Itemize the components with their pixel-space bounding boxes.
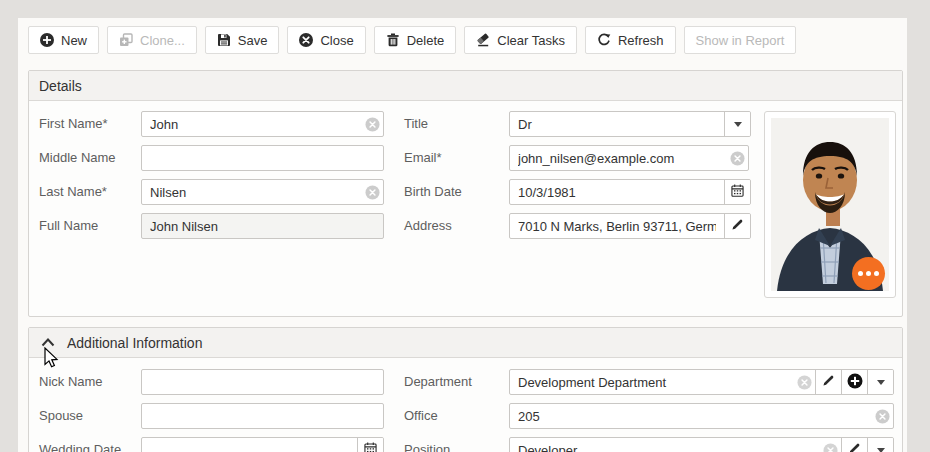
refresh-icon — [597, 33, 611, 47]
show-in-report-button[interactable]: Show in Report — [684, 26, 797, 54]
additional-info-header[interactable]: Additional Information — [29, 328, 902, 358]
clear-tasks-button-label: Clear Tasks — [497, 33, 565, 48]
wedding-date-label: Wedding Date — [39, 442, 121, 452]
clear-icon[interactable] — [361, 180, 383, 204]
office-label: Office — [404, 408, 438, 423]
close-button-label: Close — [320, 33, 353, 48]
details-panel: Details First Name* Middle Name Last Nam… — [28, 70, 903, 317]
calendar-icon — [364, 442, 377, 452]
additional-info-title: Additional Information — [67, 335, 202, 351]
spouse-field — [141, 403, 384, 429]
close-button[interactable]: Close — [287, 26, 365, 54]
department-input[interactable] — [510, 370, 793, 394]
address-input[interactable] — [510, 214, 724, 238]
position-input[interactable] — [510, 438, 819, 452]
chevron-down-icon — [877, 448, 885, 452]
delete-button-label: Delete — [407, 33, 445, 48]
collapse-button[interactable] — [39, 335, 57, 350]
middle-name-label: Middle Name — [39, 150, 116, 165]
position-edit-button[interactable] — [841, 438, 867, 452]
close-circle-icon — [299, 33, 313, 47]
nick-name-label: Nick Name — [39, 374, 103, 389]
clone-icon — [119, 33, 133, 47]
details-header: Details — [29, 71, 902, 101]
department-add-button[interactable] — [841, 370, 867, 394]
first-name-input[interactable] — [142, 112, 361, 136]
department-edit-button[interactable] — [815, 370, 841, 394]
spouse-label: Spouse — [39, 408, 83, 423]
chevron-down-icon — [734, 122, 742, 131]
clear-icon[interactable] — [361, 112, 383, 136]
department-label: Department — [404, 374, 472, 389]
details-title: Details — [39, 78, 82, 94]
clear-tasks-button[interactable]: Clear Tasks — [464, 26, 577, 54]
title-label: Title — [404, 116, 428, 131]
clear-icon[interactable] — [819, 438, 841, 452]
address-label: Address — [404, 218, 452, 233]
birth-date-calendar-button[interactable] — [724, 180, 750, 204]
toolbar: New Clone... Save Close Delete — [28, 26, 796, 54]
email-input[interactable] — [510, 146, 726, 170]
refresh-button[interactable]: Refresh — [585, 26, 676, 54]
title-dropdown-button[interactable] — [724, 112, 750, 136]
last-name-input[interactable] — [142, 180, 361, 204]
office-field — [509, 403, 894, 429]
eraser-icon — [476, 33, 490, 47]
full-name-field — [141, 213, 384, 239]
address-edit-button[interactable] — [724, 214, 750, 238]
clear-icon[interactable] — [871, 404, 893, 428]
save-icon — [217, 33, 231, 47]
first-name-label: First Name* — [39, 116, 108, 131]
first-name-field — [141, 111, 384, 137]
position-field — [509, 437, 894, 452]
wedding-date-field — [141, 437, 384, 452]
email-label: Email* — [404, 150, 442, 165]
plus-circle-icon — [847, 373, 863, 392]
photo-card — [764, 111, 896, 298]
nick-name-input[interactable] — [142, 370, 383, 394]
clear-icon[interactable] — [793, 370, 815, 394]
address-field — [509, 213, 751, 239]
email-field — [509, 145, 749, 171]
wedding-date-input[interactable] — [142, 438, 357, 452]
new-button-label: New — [61, 33, 87, 48]
birth-date-input[interactable] — [510, 180, 724, 204]
full-name-label: Full Name — [39, 218, 98, 233]
delete-button[interactable]: Delete — [374, 26, 457, 54]
last-name-field — [141, 179, 384, 205]
nick-name-field — [141, 369, 384, 395]
calendar-icon — [731, 184, 744, 200]
wedding-date-calendar-button[interactable] — [357, 438, 383, 452]
clone-button[interactable]: Clone... — [107, 26, 197, 54]
additional-info-panel: Additional Information Nick Name Spouse … — [28, 327, 903, 452]
clear-icon[interactable] — [726, 146, 748, 170]
department-field — [509, 369, 894, 395]
birth-date-label: Birth Date — [404, 184, 462, 199]
show-in-report-button-label: Show in Report — [696, 33, 785, 48]
pencil-icon — [731, 218, 744, 234]
refresh-button-label: Refresh — [618, 33, 664, 48]
trash-icon — [386, 33, 400, 47]
department-dropdown-button[interactable] — [867, 370, 893, 394]
office-input[interactable] — [510, 404, 871, 428]
photo-more-button[interactable] — [852, 257, 885, 290]
title-field — [509, 111, 751, 137]
clone-button-label: Clone... — [140, 33, 185, 48]
last-name-label: Last Name* — [39, 184, 107, 199]
full-name-input — [142, 214, 383, 238]
chevron-up-icon — [41, 335, 55, 350]
spouse-input[interactable] — [142, 404, 383, 428]
title-select-input[interactable] — [510, 112, 724, 136]
middle-name-input[interactable] — [142, 146, 383, 170]
save-button-label: Save — [238, 33, 268, 48]
plus-circle-icon — [40, 33, 54, 47]
new-button[interactable]: New — [28, 26, 99, 54]
position-dropdown-button[interactable] — [867, 438, 893, 452]
pencil-icon — [848, 442, 861, 452]
middle-name-field — [141, 145, 384, 171]
save-button[interactable]: Save — [205, 26, 280, 54]
pencil-icon — [822, 374, 835, 390]
content-area: New Clone... Save Close Delete — [18, 18, 907, 452]
ellipsis-icon — [858, 271, 863, 276]
birth-date-field — [509, 179, 751, 205]
